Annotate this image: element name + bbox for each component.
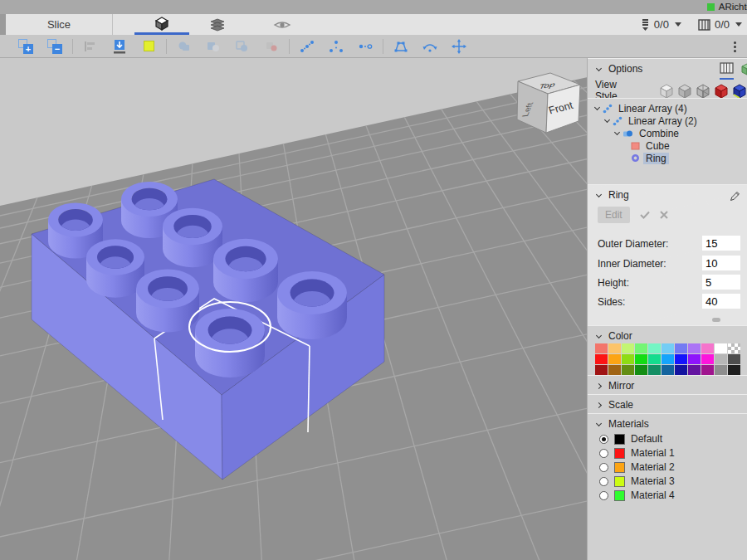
add-shape-button[interactable]: + <box>17 37 35 56</box>
tab-visibility[interactable] <box>267 14 297 35</box>
color-swatch[interactable] <box>662 343 674 353</box>
tree-item-cube[interactable]: Cube <box>631 139 672 152</box>
color-swatch[interactable] <box>608 365 621 375</box>
color-swatch[interactable] <box>701 354 714 364</box>
scale-tool-button[interactable] <box>392 37 410 56</box>
color-swatch[interactable] <box>728 354 740 364</box>
color-swatch[interactable] <box>622 365 634 375</box>
tree-item-combine[interactable]: Combine <box>615 127 681 139</box>
color-swatch[interactable] <box>688 365 701 375</box>
subtract-button[interactable] <box>204 37 222 56</box>
color-swatch[interactable] <box>595 343 608 353</box>
color-swatch[interactable] <box>715 365 727 375</box>
column-range-dropdown[interactable]: 0/0 <box>698 18 742 31</box>
color-swatch[interactable] <box>688 354 701 364</box>
ring-shape-icon <box>631 153 640 163</box>
radio-icon[interactable] <box>599 491 608 500</box>
materials-header[interactable]: Materials <box>588 414 747 432</box>
color-swatch[interactable] <box>648 343 661 353</box>
view-style-wireframe[interactable] <box>695 81 711 98</box>
user-indicator[interactable]: ARichte <box>707 2 747 12</box>
tree-item-linear-array-2[interactable]: Linear Array (2) <box>605 114 700 127</box>
color-swatch[interactable] <box>608 343 621 353</box>
color-header[interactable]: Color <box>588 326 747 344</box>
color-swatch[interactable] <box>701 365 714 375</box>
view-style-shaded-light[interactable] <box>658 81 675 98</box>
layer-range-dropdown[interactable]: 0/0 <box>641 18 681 32</box>
material-label: Material 3 <box>631 475 675 487</box>
material-row-2[interactable]: Material 2 <box>599 461 675 473</box>
color-swatch[interactable] <box>622 354 634 364</box>
panel-layout-button[interactable] <box>720 62 734 80</box>
color-swatch[interactable] <box>688 343 701 353</box>
edit-button[interactable]: Edit <box>598 207 630 223</box>
color-swatch-button[interactable] <box>139 37 158 56</box>
radial-array-button[interactable] <box>327 37 345 56</box>
scene-tree-panel: Linear Array (4) Linear Array (2) Combin… <box>588 98 747 184</box>
chevron-down-icon <box>594 105 600 110</box>
color-swatch[interactable] <box>675 354 687 364</box>
scale-header[interactable]: Scale <box>588 395 747 413</box>
color-swatch[interactable] <box>662 365 674 375</box>
color-swatch[interactable] <box>608 354 621 364</box>
panel-resize-handle[interactable] <box>712 318 720 322</box>
tab-layers-view[interactable] <box>204 14 231 35</box>
outer-diameter-input[interactable] <box>702 236 740 251</box>
material-row-4[interactable]: Material 4 <box>599 489 675 501</box>
height-input[interactable] <box>702 275 740 290</box>
tree-item-ring[interactable]: Ring <box>631 152 669 164</box>
radio-icon[interactable] <box>599 463 608 472</box>
view-style-blue[interactable] <box>731 81 747 98</box>
chevron-down-icon <box>604 117 610 123</box>
inner-diameter-input[interactable] <box>702 256 740 270</box>
mirror-header[interactable]: Mirror <box>588 376 747 394</box>
radio-icon[interactable] <box>599 449 608 458</box>
view-style-shaded-grey[interactable] <box>676 81 693 98</box>
material-row-3[interactable]: Material 3 <box>599 475 675 487</box>
color-swatch[interactable] <box>595 354 608 364</box>
color-swatch[interactable] <box>728 343 740 353</box>
radio-icon[interactable] <box>599 477 608 486</box>
radio-selected-icon[interactable] <box>599 435 608 444</box>
align-button[interactable] <box>81 37 100 56</box>
color-swatch[interactable] <box>648 354 661 364</box>
cancel-x-icon[interactable] <box>660 211 668 219</box>
scale-panel: Scale <box>588 394 747 413</box>
toolbar-more-menu[interactable] <box>729 39 740 54</box>
edit-pencil-button[interactable] <box>730 190 740 205</box>
green-cube-button[interactable] <box>740 62 747 80</box>
material-color-swatch <box>614 462 625 473</box>
paint-button[interactable] <box>262 37 281 56</box>
color-swatch[interactable] <box>622 343 634 353</box>
drop-to-floor-button[interactable] <box>110 37 129 56</box>
color-swatch[interactable] <box>715 354 727 364</box>
view-cube[interactable]: Top Front Left <box>503 68 589 144</box>
color-swatch[interactable] <box>728 365 740 375</box>
sides-input[interactable] <box>702 294 740 309</box>
tree-item-linear-array-4[interactable]: Linear Array (4) <box>595 102 690 114</box>
color-swatch[interactable] <box>675 365 687 375</box>
color-swatch[interactable] <box>715 343 727 353</box>
union-button[interactable] <box>175 37 193 56</box>
intersect-button[interactable] <box>233 37 251 56</box>
linear-array-button[interactable] <box>298 37 316 56</box>
color-swatch[interactable] <box>662 354 674 364</box>
tab-solid-view[interactable] <box>134 14 189 35</box>
rotate-tool-button[interactable] <box>421 37 439 56</box>
color-swatch[interactable] <box>635 343 647 353</box>
view-style-red[interactable] <box>713 81 730 98</box>
color-swatch[interactable] <box>648 365 661 375</box>
color-swatch[interactable] <box>635 354 647 364</box>
ring-header[interactable]: Ring <box>588 185 747 203</box>
confirm-check-icon[interactable] <box>640 211 650 219</box>
tab-slice[interactable]: Slice <box>6 14 113 35</box>
color-swatch[interactable] <box>595 365 608 375</box>
material-row-default[interactable]: Default <box>599 433 662 445</box>
move-tool-button[interactable] <box>450 37 468 56</box>
mirror-button[interactable] <box>356 37 374 56</box>
material-row-1[interactable]: Material 1 <box>599 447 675 459</box>
color-swatch[interactable] <box>701 343 714 353</box>
color-swatch[interactable] <box>635 365 647 375</box>
color-swatch[interactable] <box>675 343 687 353</box>
remove-shape-button[interactable]: − <box>46 37 64 56</box>
